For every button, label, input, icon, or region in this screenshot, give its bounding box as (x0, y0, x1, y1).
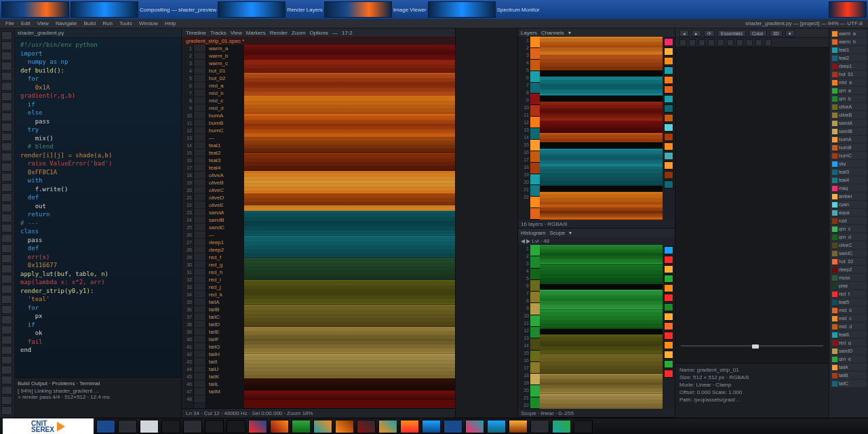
color-chip[interactable] (664, 66, 673, 75)
histogram-chips[interactable] (663, 245, 675, 409)
taskbar-app-icon[interactable] (270, 420, 289, 433)
titlebar-thumb[interactable] (218, 1, 285, 18)
inspector-tool-icon[interactable] (736, 39, 743, 46)
taskbar-app-icon[interactable] (292, 420, 311, 433)
taskbar-app-icon[interactable] (509, 420, 528, 433)
color-chip[interactable] (664, 322, 673, 330)
swatch-row[interactable]: amber (831, 193, 867, 200)
track-label[interactable]: oliveE (206, 201, 244, 209)
track-label[interactable]: burnB (206, 119, 244, 127)
palette-swatch[interactable] (530, 105, 540, 117)
inspector-head-button[interactable]: Color (749, 30, 767, 37)
rail-tool[interactable] (1, 123, 12, 132)
swatch-row[interactable]: grn_e (831, 355, 867, 363)
taskbar-app-icon[interactable] (248, 420, 267, 433)
swatch-row[interactable]: oliveA (831, 103, 867, 111)
rail-tool[interactable] (1, 336, 12, 344)
taskbar-app-icon[interactable] (140, 420, 159, 433)
layers-palette[interactable] (530, 37, 540, 220)
swatch-row[interactable]: grn_d (831, 233, 867, 241)
rail-tool[interactable] (1, 396, 12, 405)
palette-swatch[interactable] (530, 60, 540, 71)
palette-swatch[interactable] (530, 197, 540, 208)
rail-tool[interactable] (1, 142, 12, 151)
code-line[interactable]: #!/usr/bin/env python (16, 41, 180, 50)
track-label[interactable]: red_j (206, 283, 244, 291)
swatch-row[interactable]: teal2 (831, 54, 867, 62)
titlebar-thumb[interactable] (1, 1, 69, 18)
palette-swatch[interactable] (530, 208, 540, 220)
panel-head-item[interactable]: Channels (541, 30, 564, 36)
palette-swatch[interactable] (530, 71, 540, 83)
code-line[interactable]: import (16, 50, 180, 58)
code-line[interactable]: for (16, 304, 180, 313)
spectrum-band[interactable] (540, 354, 663, 374)
swatch-row[interactable]: rust (831, 217, 867, 224)
marker-gutter[interactable] (194, 45, 206, 408)
inspector-head-button[interactable]: ▾ (785, 30, 795, 37)
track-label[interactable]: red_g (206, 261, 244, 269)
color-chip[interactable] (664, 171, 673, 179)
inspector-tool-icon[interactable] (755, 39, 762, 46)
inspector-tool-icon[interactable] (708, 39, 715, 46)
spectrum-menu-item[interactable]: View (231, 30, 242, 36)
swatch-row[interactable]: warm_a (831, 30, 867, 37)
spectrum-band[interactable] (244, 171, 455, 193)
rail-tool[interactable] (1, 295, 12, 304)
track-label[interactable]: hot_02 (206, 75, 244, 82)
palette-swatch[interactable] (530, 94, 540, 105)
spectrum-band[interactable] (540, 329, 663, 334)
track-label[interactable]: teal3 (206, 157, 244, 164)
swatch-row[interactable]: grn_b (831, 95, 867, 102)
swatch-row[interactable]: tailA (831, 363, 867, 371)
gutter-marker[interactable] (194, 186, 205, 194)
track-label[interactable]: teal2 (206, 149, 244, 157)
track-label[interactable]: burnA (206, 112, 244, 119)
track-label[interactable]: sandB (206, 216, 244, 224)
palette-swatch[interactable] (530, 397, 540, 409)
code-editor[interactable]: #!/usr/bin/env pythonimport numpy as npd… (15, 38, 181, 377)
gutter-marker[interactable] (194, 298, 205, 306)
gutter-marker[interactable] (194, 179, 205, 186)
spectrum-band[interactable] (244, 211, 455, 235)
spectrum-menu-item[interactable]: Markers (246, 30, 266, 36)
palette-swatch[interactable] (530, 303, 540, 315)
gutter-marker[interactable] (194, 60, 205, 67)
gutter-marker[interactable] (194, 328, 205, 336)
gutter-marker[interactable] (194, 134, 205, 142)
spectrum-band[interactable] (540, 204, 663, 220)
spectrum-band[interactable] (244, 193, 455, 205)
swatch-row[interactable]: teal3 (831, 168, 867, 176)
color-chip[interactable] (664, 161, 673, 170)
color-chip[interactable] (664, 246, 673, 254)
gutter-marker[interactable] (194, 194, 205, 201)
track-label[interactable]: teal4 (206, 164, 244, 172)
rail-tool[interactable] (1, 244, 12, 253)
gutter-marker[interactable] (194, 201, 205, 209)
gutter-marker[interactable] (194, 45, 205, 52)
color-chip[interactable] (664, 180, 673, 189)
track-label[interactable]: oliveA (206, 172, 244, 179)
gutter-marker[interactable] (194, 112, 205, 119)
color-chip[interactable] (664, 303, 673, 311)
gutter-marker[interactable] (194, 373, 205, 380)
swatch-row[interactable]: moss (831, 274, 867, 281)
track-label[interactable]: tailH (206, 351, 244, 358)
inspector-head-button[interactable]: Essentials (717, 30, 746, 37)
rail-tool[interactable] (1, 305, 12, 314)
taskbar-app-icon[interactable] (335, 420, 354, 433)
gutter-marker[interactable] (194, 216, 205, 224)
titlebar-tab[interactable]: Compositing — shader_preview (140, 7, 216, 13)
rail-tool[interactable] (1, 356, 12, 365)
swatch-row[interactable]: oliveB (831, 111, 867, 119)
swatch-row[interactable]: tailB (831, 372, 867, 379)
taskbar-app-icon[interactable] (422, 420, 441, 433)
palette-swatch[interactable] (530, 117, 540, 128)
track-label[interactable]: red_h (206, 269, 244, 276)
gutter-marker[interactable] (194, 291, 205, 298)
color-chip[interactable] (664, 370, 673, 378)
titlebar-thumb[interactable] (71, 1, 138, 18)
inspector-canvas[interactable] (675, 47, 829, 363)
inspector-tool-icon[interactable] (746, 39, 753, 46)
rail-tool[interactable] (1, 366, 12, 374)
